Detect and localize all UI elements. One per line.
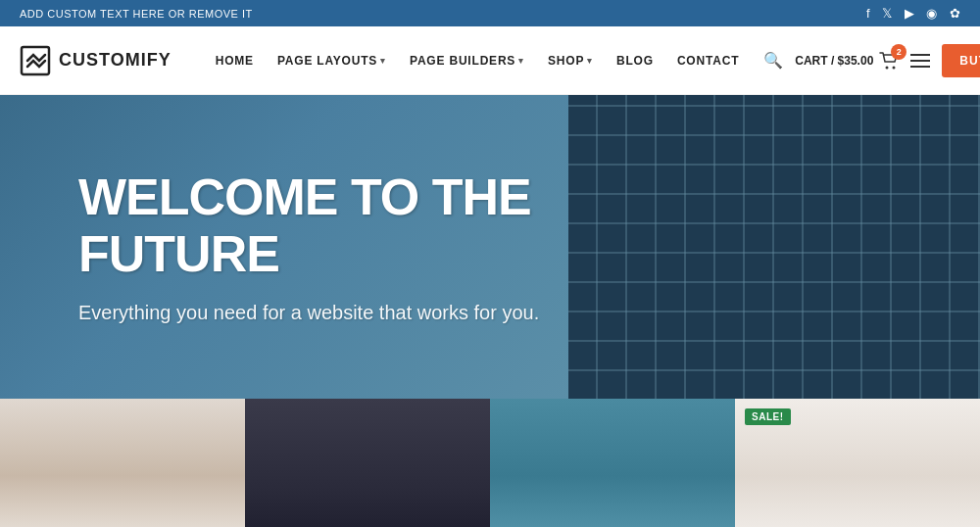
instagram-icon[interactable]: ◉ [926,6,938,21]
chevron-down-icon: ▾ [587,56,593,66]
product-card-1[interactable] [0,399,245,527]
cart-icon-wrap: 2 [879,52,899,70]
product-image-3 [490,399,735,527]
facebook-icon[interactable]: f [866,6,870,21]
top-bar-text: ADD CUSTOM TEXT HERE OR REMOVE IT [20,8,253,20]
top-bar: ADD CUSTOM TEXT HERE OR REMOVE IT f 𝕏 ▶ … [0,0,980,26]
nav-blog[interactable]: BLOG [607,46,663,75]
hero-subtitle: Everything you need for a website that w… [78,302,657,324]
chevron-down-icon: ▾ [518,56,524,66]
hero-content: WELCOME TO THE FUTURE Everything you nee… [0,169,735,323]
twitter-icon[interactable]: 𝕏 [882,6,893,21]
nav-shop[interactable]: SHOP ▾ [538,46,603,75]
svg-point-1 [886,66,889,69]
cart-badge: 2 [891,44,906,60]
product-card-2[interactable] [245,399,490,527]
chevron-down-icon: ▾ [380,56,386,66]
products-row: SALE! [0,399,980,527]
sale-badge: SALE! [745,408,791,425]
product-image-1 [0,399,245,527]
pinterest-icon[interactable]: ✿ [950,6,961,21]
logo[interactable]: CUSTOMIFY [20,45,172,76]
logo-text: CUSTOMIFY [59,50,172,71]
hamburger-menu[interactable] [910,54,930,68]
social-icons: f 𝕏 ▶ ◉ ✿ [866,6,960,21]
nav-page-builders[interactable]: PAGE BUILDERS ▾ [400,46,534,75]
hero-title: WELCOME TO THE FUTURE [78,169,657,281]
main-nav: HOME PAGE LAYOUTS ▾ PAGE BUILDERS ▾ SHOP… [206,46,750,75]
svg-point-2 [893,66,896,69]
nav-home[interactable]: HOME [206,46,264,75]
product-image-2 [245,399,490,527]
site-header: CUSTOMIFY HOME PAGE LAYOUTS ▾ PAGE BUILD… [0,26,980,95]
logo-icon [20,45,51,76]
youtube-icon[interactable]: ▶ [905,6,915,21]
cart-button[interactable]: CART / $35.00 2 [795,52,899,70]
hero-section: WELCOME TO THE FUTURE Everything you nee… [0,95,980,399]
search-icon[interactable]: 🔍 [763,51,783,70]
product-card-4[interactable]: SALE! [735,399,980,527]
cart-label: CART / $35.00 [795,54,873,68]
nav-contact[interactable]: CONTACT [667,46,749,75]
product-card-3[interactable] [490,399,735,527]
nav-page-layouts[interactable]: PAGE LAYOUTS ▾ [268,46,396,75]
header-button[interactable]: BUTTON [942,44,980,77]
header-right: 🔍 CART / $35.00 2 BUTTON [763,44,980,77]
